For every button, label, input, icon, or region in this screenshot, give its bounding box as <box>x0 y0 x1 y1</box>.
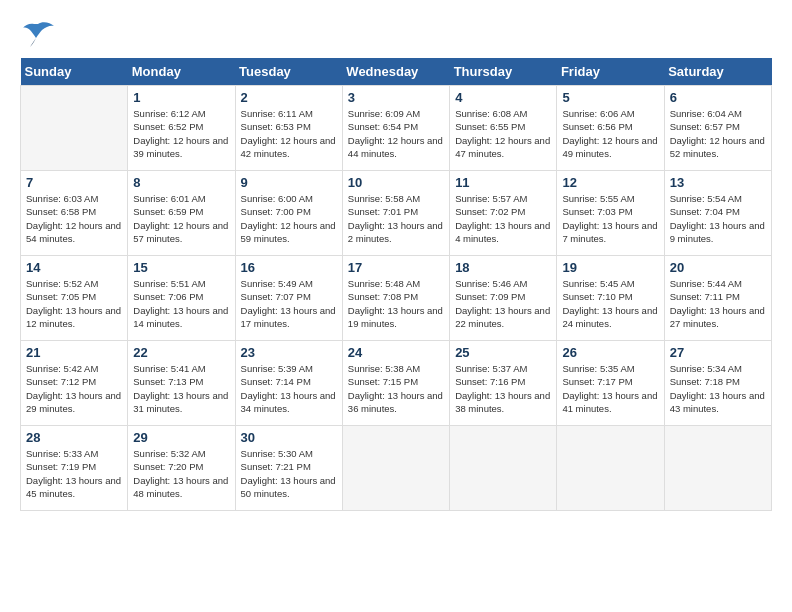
day-number: 12 <box>562 175 658 190</box>
day-number: 26 <box>562 345 658 360</box>
calendar-cell <box>557 426 664 511</box>
calendar-cell <box>342 426 449 511</box>
cell-info: Sunrise: 5:51 AMSunset: 7:06 PMDaylight:… <box>133 277 229 330</box>
calendar-cell: 21Sunrise: 5:42 AMSunset: 7:12 PMDayligh… <box>21 341 128 426</box>
weekday-header-wednesday: Wednesday <box>342 58 449 86</box>
calendar-cell: 10Sunrise: 5:58 AMSunset: 7:01 PMDayligh… <box>342 171 449 256</box>
calendar-cell: 26Sunrise: 5:35 AMSunset: 7:17 PMDayligh… <box>557 341 664 426</box>
calendar-cell: 12Sunrise: 5:55 AMSunset: 7:03 PMDayligh… <box>557 171 664 256</box>
calendar-cell: 15Sunrise: 5:51 AMSunset: 7:06 PMDayligh… <box>128 256 235 341</box>
week-row-3: 21Sunrise: 5:42 AMSunset: 7:12 PMDayligh… <box>21 341 772 426</box>
day-number: 11 <box>455 175 551 190</box>
calendar-cell: 6Sunrise: 6:04 AMSunset: 6:57 PMDaylight… <box>664 86 771 171</box>
logo <box>20 20 58 48</box>
day-number: 23 <box>241 345 337 360</box>
week-row-4: 28Sunrise: 5:33 AMSunset: 7:19 PMDayligh… <box>21 426 772 511</box>
day-number: 19 <box>562 260 658 275</box>
calendar-cell: 5Sunrise: 6:06 AMSunset: 6:56 PMDaylight… <box>557 86 664 171</box>
week-row-0: 1Sunrise: 6:12 AMSunset: 6:52 PMDaylight… <box>21 86 772 171</box>
cell-info: Sunrise: 6:03 AMSunset: 6:58 PMDaylight:… <box>26 192 122 245</box>
day-number: 4 <box>455 90 551 105</box>
calendar-cell <box>450 426 557 511</box>
weekday-header-monday: Monday <box>128 58 235 86</box>
calendar-cell: 19Sunrise: 5:45 AMSunset: 7:10 PMDayligh… <box>557 256 664 341</box>
calendar-cell: 8Sunrise: 6:01 AMSunset: 6:59 PMDaylight… <box>128 171 235 256</box>
day-number: 30 <box>241 430 337 445</box>
cell-info: Sunrise: 6:00 AMSunset: 7:00 PMDaylight:… <box>241 192 337 245</box>
day-number: 15 <box>133 260 229 275</box>
day-number: 22 <box>133 345 229 360</box>
day-number: 5 <box>562 90 658 105</box>
day-number: 16 <box>241 260 337 275</box>
calendar-cell: 28Sunrise: 5:33 AMSunset: 7:19 PMDayligh… <box>21 426 128 511</box>
day-number: 24 <box>348 345 444 360</box>
calendar-cell: 29Sunrise: 5:32 AMSunset: 7:20 PMDayligh… <box>128 426 235 511</box>
cell-info: Sunrise: 5:32 AMSunset: 7:20 PMDaylight:… <box>133 447 229 500</box>
weekday-header-tuesday: Tuesday <box>235 58 342 86</box>
calendar-cell <box>664 426 771 511</box>
cell-info: Sunrise: 6:01 AMSunset: 6:59 PMDaylight:… <box>133 192 229 245</box>
cell-info: Sunrise: 5:34 AMSunset: 7:18 PMDaylight:… <box>670 362 766 415</box>
calendar-cell: 11Sunrise: 5:57 AMSunset: 7:02 PMDayligh… <box>450 171 557 256</box>
cell-info: Sunrise: 6:09 AMSunset: 6:54 PMDaylight:… <box>348 107 444 160</box>
page-header <box>20 20 772 48</box>
cell-info: Sunrise: 5:55 AMSunset: 7:03 PMDaylight:… <box>562 192 658 245</box>
calendar-cell: 24Sunrise: 5:38 AMSunset: 7:15 PMDayligh… <box>342 341 449 426</box>
cell-info: Sunrise: 5:57 AMSunset: 7:02 PMDaylight:… <box>455 192 551 245</box>
day-number: 3 <box>348 90 444 105</box>
cell-info: Sunrise: 5:39 AMSunset: 7:14 PMDaylight:… <box>241 362 337 415</box>
calendar-cell: 9Sunrise: 6:00 AMSunset: 7:00 PMDaylight… <box>235 171 342 256</box>
cell-info: Sunrise: 5:58 AMSunset: 7:01 PMDaylight:… <box>348 192 444 245</box>
day-number: 6 <box>670 90 766 105</box>
calendar-cell: 3Sunrise: 6:09 AMSunset: 6:54 PMDaylight… <box>342 86 449 171</box>
day-number: 29 <box>133 430 229 445</box>
calendar-table: SundayMondayTuesdayWednesdayThursdayFrid… <box>20 58 772 511</box>
calendar-cell: 7Sunrise: 6:03 AMSunset: 6:58 PMDaylight… <box>21 171 128 256</box>
logo-bird-icon <box>20 20 56 48</box>
calendar-cell: 20Sunrise: 5:44 AMSunset: 7:11 PMDayligh… <box>664 256 771 341</box>
weekday-header-saturday: Saturday <box>664 58 771 86</box>
day-number: 17 <box>348 260 444 275</box>
cell-info: Sunrise: 5:30 AMSunset: 7:21 PMDaylight:… <box>241 447 337 500</box>
week-row-2: 14Sunrise: 5:52 AMSunset: 7:05 PMDayligh… <box>21 256 772 341</box>
weekday-header-sunday: Sunday <box>21 58 128 86</box>
cell-info: Sunrise: 5:35 AMSunset: 7:17 PMDaylight:… <box>562 362 658 415</box>
day-number: 2 <box>241 90 337 105</box>
day-number: 25 <box>455 345 551 360</box>
cell-info: Sunrise: 6:12 AMSunset: 6:52 PMDaylight:… <box>133 107 229 160</box>
day-number: 28 <box>26 430 122 445</box>
calendar-cell: 27Sunrise: 5:34 AMSunset: 7:18 PMDayligh… <box>664 341 771 426</box>
day-number: 9 <box>241 175 337 190</box>
weekday-header-friday: Friday <box>557 58 664 86</box>
cell-info: Sunrise: 5:49 AMSunset: 7:07 PMDaylight:… <box>241 277 337 330</box>
cell-info: Sunrise: 5:44 AMSunset: 7:11 PMDaylight:… <box>670 277 766 330</box>
day-number: 7 <box>26 175 122 190</box>
week-row-1: 7Sunrise: 6:03 AMSunset: 6:58 PMDaylight… <box>21 171 772 256</box>
cell-info: Sunrise: 5:46 AMSunset: 7:09 PMDaylight:… <box>455 277 551 330</box>
calendar-cell: 4Sunrise: 6:08 AMSunset: 6:55 PMDaylight… <box>450 86 557 171</box>
cell-info: Sunrise: 6:08 AMSunset: 6:55 PMDaylight:… <box>455 107 551 160</box>
day-number: 20 <box>670 260 766 275</box>
cell-info: Sunrise: 5:37 AMSunset: 7:16 PMDaylight:… <box>455 362 551 415</box>
day-number: 27 <box>670 345 766 360</box>
cell-info: Sunrise: 5:33 AMSunset: 7:19 PMDaylight:… <box>26 447 122 500</box>
cell-info: Sunrise: 5:52 AMSunset: 7:05 PMDaylight:… <box>26 277 122 330</box>
day-number: 14 <box>26 260 122 275</box>
day-number: 10 <box>348 175 444 190</box>
cell-info: Sunrise: 5:41 AMSunset: 7:13 PMDaylight:… <box>133 362 229 415</box>
day-number: 13 <box>670 175 766 190</box>
cell-info: Sunrise: 6:11 AMSunset: 6:53 PMDaylight:… <box>241 107 337 160</box>
day-number: 21 <box>26 345 122 360</box>
calendar-cell: 17Sunrise: 5:48 AMSunset: 7:08 PMDayligh… <box>342 256 449 341</box>
cell-info: Sunrise: 6:06 AMSunset: 6:56 PMDaylight:… <box>562 107 658 160</box>
cell-info: Sunrise: 5:45 AMSunset: 7:10 PMDaylight:… <box>562 277 658 330</box>
weekday-header-thursday: Thursday <box>450 58 557 86</box>
cell-info: Sunrise: 5:48 AMSunset: 7:08 PMDaylight:… <box>348 277 444 330</box>
calendar-cell: 16Sunrise: 5:49 AMSunset: 7:07 PMDayligh… <box>235 256 342 341</box>
calendar-cell: 13Sunrise: 5:54 AMSunset: 7:04 PMDayligh… <box>664 171 771 256</box>
calendar-cell: 23Sunrise: 5:39 AMSunset: 7:14 PMDayligh… <box>235 341 342 426</box>
weekday-header-row: SundayMondayTuesdayWednesdayThursdayFrid… <box>21 58 772 86</box>
day-number: 8 <box>133 175 229 190</box>
day-number: 18 <box>455 260 551 275</box>
calendar-cell: 30Sunrise: 5:30 AMSunset: 7:21 PMDayligh… <box>235 426 342 511</box>
